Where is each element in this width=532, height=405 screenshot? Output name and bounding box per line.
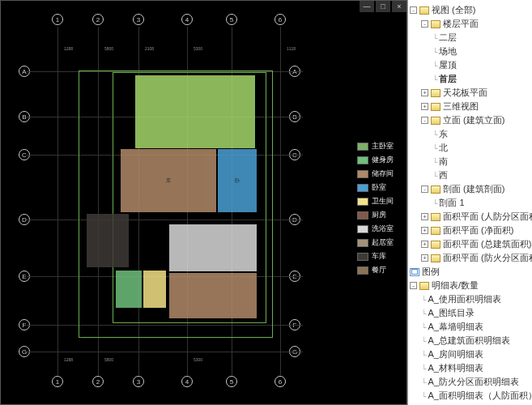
room-label: 库 <box>166 177 171 185</box>
folder-icon <box>431 213 440 221</box>
legend-swatch <box>357 184 368 192</box>
project-browser[interactable]: -视图 (全部)-楼层平面└二层└场地└屋顶└首层+天花板平面+三维视图-立面 … <box>407 0 532 405</box>
tree-item[interactable]: └南 <box>410 155 530 168</box>
legend-item: 储存间 <box>357 168 394 179</box>
tree-item[interactable]: -立面 (建筑立面) <box>410 113 530 127</box>
tree-item[interactable]: └A_幕墙明细表 <box>410 320 530 334</box>
minimize-button[interactable]: — <box>360 1 374 12</box>
collapse-icon[interactable]: - <box>421 117 428 124</box>
collapse-icon[interactable]: - <box>421 185 428 193</box>
tree-item[interactable]: +三维视图 <box>410 100 530 113</box>
project-tree[interactable]: -视图 (全部)-楼层平面└二层└场地└屋顶└首层+天花板平面+三维视图-立面 … <box>408 0 532 405</box>
room-legend: 主卧室健身房储存间卧室卫生间厨房洗浴室起居室车库餐厅 <box>357 141 394 275</box>
tree-label: A_面积明细表（人防面积） <box>428 390 532 402</box>
tree-label: 东 <box>439 128 530 140</box>
tree-item[interactable]: └二层 <box>410 31 530 45</box>
tree-label: 西 <box>439 169 530 181</box>
tree-label: 面积平面 (净面积) <box>443 224 530 237</box>
room-fill[interactable]: 卧 <box>218 149 257 212</box>
maximize-button[interactable]: □ <box>376 1 390 12</box>
legend-swatch <box>357 211 368 220</box>
tree-item[interactable]: └A_图纸目录 <box>410 306 530 320</box>
grid-bubble: 4 <box>181 14 193 25</box>
tree-connector: └ <box>421 296 426 304</box>
room-fill[interactable] <box>87 214 129 267</box>
grid-bubble: 5 <box>226 376 237 387</box>
legend-swatch <box>357 225 368 233</box>
tree-label: 立面 (建筑立面) <box>443 114 530 126</box>
tree-connector: └ <box>421 392 426 400</box>
tree-label: 北 <box>439 142 530 154</box>
tree-item[interactable]: └场地 <box>410 45 530 58</box>
folder-icon <box>431 241 440 249</box>
legend-swatch <box>357 239 368 247</box>
legend-item: 健身房 <box>357 155 394 165</box>
collapse-icon[interactable]: - <box>410 282 417 289</box>
grid-bubble: 6 <box>275 14 286 25</box>
expand-icon[interactable]: + <box>421 103 428 110</box>
tree-connector: └ <box>432 199 437 207</box>
legend-label: 洗浴室 <box>372 224 394 234</box>
tree-item[interactable]: └A_总建筑面积明细表 <box>410 334 530 347</box>
expand-icon[interactable]: + <box>421 89 428 96</box>
tree-item[interactable]: └A_面积明细表（人防面积） <box>410 389 530 403</box>
tree-label: 面积平面 (防火分区面积) <box>443 252 532 264</box>
legend-label: 主卧室 <box>372 141 394 151</box>
legend-swatch <box>357 266 368 275</box>
room-fill[interactable] <box>135 75 255 148</box>
tree-item[interactable]: -明细表/数量 <box>410 279 530 292</box>
tree-label: A_防火分区面积明细表 <box>428 376 530 388</box>
legend-label: 起居室 <box>372 237 394 248</box>
dimension-text: 1288 <box>64 357 73 362</box>
tree-item[interactable]: └东 <box>410 127 530 141</box>
tree-item[interactable]: +面积平面 (总建筑面积) <box>410 237 530 251</box>
expand-icon[interactable]: + <box>421 241 428 248</box>
room-fill[interactable] <box>143 271 166 308</box>
expand-icon[interactable]: + <box>421 227 428 234</box>
tree-item[interactable]: +天花板平面 <box>410 86 530 100</box>
tree-item[interactable]: └A_防火分区面积明细表 <box>410 375 530 389</box>
room-fill[interactable] <box>169 273 257 318</box>
legend-swatch <box>357 253 368 261</box>
tree-item[interactable]: └剖面 1 <box>410 196 530 210</box>
room-fill[interactable]: 库 <box>121 149 216 212</box>
grid-bubble: 6 <box>275 376 286 387</box>
legend-item: 车库 <box>357 251 394 262</box>
tree-item[interactable]: └A_使用面积明细表 <box>410 292 530 306</box>
tree-item[interactable]: └A_房间明细表 <box>410 347 530 361</box>
collapse-icon[interactable]: - <box>410 6 417 14</box>
tree-item[interactable]: -剖面 (建筑剖面) <box>410 182 530 196</box>
tree-item[interactable]: +面积平面 (防火分区面积) <box>410 251 530 265</box>
tree-item[interactable]: └首层 <box>410 72 530 86</box>
room-fill[interactable] <box>169 224 257 271</box>
grid-bubble: 2 <box>92 14 104 25</box>
close-button[interactable]: × <box>392 1 406 12</box>
grid-bubble: 2 <box>92 376 104 387</box>
folder-icon <box>419 282 429 290</box>
expand-icon[interactable]: + <box>421 213 428 220</box>
folder-icon <box>431 89 440 97</box>
tree-label: 视图 (全部) <box>432 4 530 16</box>
tree-item[interactable]: └屋顶 <box>410 58 530 72</box>
folder-icon <box>431 103 440 111</box>
collapse-icon[interactable]: - <box>421 20 428 28</box>
expand-icon[interactable]: + <box>421 254 428 262</box>
tree-item[interactable]: 图例 <box>410 265 530 279</box>
tree-item[interactable]: └A_材料明细表 <box>410 361 530 375</box>
tree-item[interactable]: └西 <box>410 168 530 182</box>
floor-plan-drawing[interactable]: 112233445566 AABBCCDDEEFFGG 128858002108… <box>7 7 400 398</box>
folder-icon <box>431 227 440 235</box>
legend-label: 卫生间 <box>372 196 394 207</box>
tree-label: 场地 <box>439 45 530 58</box>
tree-item[interactable]: └北 <box>410 141 530 155</box>
room-fill[interactable] <box>116 271 142 308</box>
tree-item[interactable]: -视图 (全部) <box>410 3 530 17</box>
tree-item[interactable]: +面积平面 (净面积) <box>410 224 530 237</box>
cad-viewport[interactable]: — □ × 112233445566 AABBCCDDEEFFGG 128858… <box>0 0 407 405</box>
tree-item[interactable]: +面积平面 (人防分区面积) <box>410 210 530 224</box>
tree-item[interactable]: -楼层平面 <box>410 17 530 31</box>
legend-item: 主卧室 <box>357 141 394 151</box>
tree-label: 明细表/数量 <box>432 279 530 292</box>
grid-bubble: 3 <box>133 376 144 387</box>
folder-icon <box>431 254 440 262</box>
